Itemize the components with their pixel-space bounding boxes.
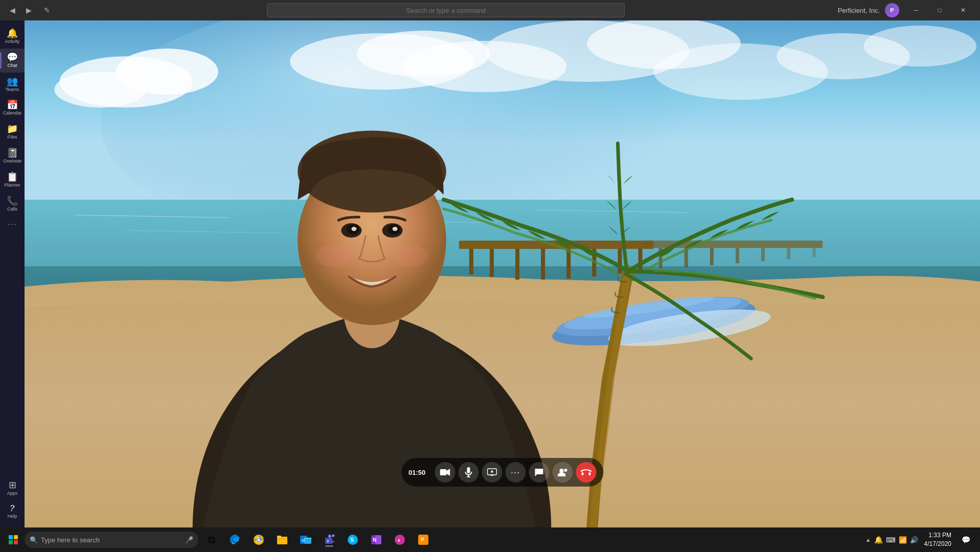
svg-rect-22 bbox=[541, 249, 545, 280]
svg-rect-53 bbox=[467, 467, 470, 473]
svg-point-59 bbox=[559, 469, 563, 473]
sidebar-item-files[interactable]: 📁 Files bbox=[0, 120, 25, 144]
taskbar-clock[interactable]: 1:33 PM 4/17/2020 bbox=[920, 531, 955, 548]
svg-rect-33 bbox=[787, 248, 790, 259]
search-bar[interactable] bbox=[267, 3, 625, 17]
sidebar-bottom: ⊞ Apps ? Help bbox=[0, 476, 25, 523]
svg-rect-61 bbox=[581, 472, 583, 475]
more-options-button[interactable]: ··· bbox=[505, 462, 526, 482]
mic-toggle-button[interactable] bbox=[458, 462, 478, 482]
window-controls: ─ □ ✕ bbox=[904, 2, 975, 18]
svg-point-70 bbox=[258, 539, 260, 541]
taskbar-edge[interactable] bbox=[224, 530, 246, 550]
svg-rect-63 bbox=[9, 535, 13, 539]
sidebar-label-planner: Planner bbox=[4, 182, 20, 188]
sidebar-item-calendar[interactable]: 📅 Calendar bbox=[0, 96, 25, 120]
search-input[interactable] bbox=[267, 3, 625, 17]
volume-icon[interactable]: 🔊 bbox=[910, 536, 918, 544]
mic-icon: 🎤 bbox=[185, 536, 193, 544]
sidebar-item-chat[interactable]: 💬 Chat bbox=[0, 49, 25, 73]
sidebar-label-files: Files bbox=[7, 134, 17, 140]
planner-icon: 📋 bbox=[7, 172, 18, 181]
svg-point-12 bbox=[863, 26, 976, 66]
network-notifications-icon[interactable]: ▲ bbox=[865, 537, 871, 543]
svg-rect-71 bbox=[277, 537, 287, 544]
sidebar-item-onenote[interactable]: 📓 OneNote bbox=[0, 144, 25, 168]
chat-button[interactable] bbox=[529, 462, 549, 482]
svg-rect-34 bbox=[812, 248, 816, 257]
taskbar-chrome[interactable] bbox=[247, 530, 270, 550]
sidebar-item-more[interactable]: ··· bbox=[0, 216, 25, 233]
svg-rect-26 bbox=[639, 249, 643, 271]
participants-button[interactable] bbox=[552, 462, 573, 482]
svg-rect-52 bbox=[440, 469, 446, 475]
task-view-icon: ⧉ bbox=[208, 534, 215, 546]
sidebar-item-teams[interactable]: 👥 Teams bbox=[0, 73, 25, 97]
svg-point-60 bbox=[564, 469, 567, 472]
taskbar-task-view[interactable]: ⧉ bbox=[200, 530, 223, 550]
sidebar: 🔔 Activity 💬 Chat 👥 Teams 📅 Calendar 📁 F… bbox=[0, 20, 25, 527]
beach-scene-svg bbox=[25, 20, 980, 527]
forward-button[interactable]: ▶ bbox=[21, 3, 36, 17]
avatar[interactable]: P bbox=[885, 3, 899, 17]
taskbar-onenote[interactable]: N bbox=[365, 530, 388, 550]
sidebar-item-calls[interactable]: 📞 Calls bbox=[0, 192, 25, 216]
svg-text:O: O bbox=[302, 538, 305, 543]
notification-area[interactable]: 💬 bbox=[958, 530, 974, 550]
minimize-button[interactable]: ─ bbox=[904, 2, 928, 18]
sidebar-item-help[interactable]: ? Help bbox=[0, 500, 25, 523]
taskbar-file-explorer[interactable] bbox=[271, 530, 293, 550]
svg-point-48 bbox=[351, 227, 356, 231]
svg-text:P: P bbox=[421, 537, 424, 543]
svg-rect-25 bbox=[618, 249, 622, 273]
svg-rect-66 bbox=[14, 540, 18, 544]
svg-rect-23 bbox=[566, 249, 571, 279]
org-name: Perficient, Inc. bbox=[838, 7, 880, 14]
svg-rect-75 bbox=[304, 538, 311, 539]
activity-icon: 🔔 bbox=[7, 29, 18, 38]
close-button[interactable]: ✕ bbox=[951, 2, 975, 18]
keyboard-icon[interactable]: ⌨ bbox=[886, 536, 896, 544]
sidebar-item-apps[interactable]: ⊞ Apps bbox=[0, 476, 25, 500]
share-screen-button[interactable] bbox=[482, 462, 502, 482]
title-bar: ◀ ▶ ✎ Perficient, Inc. P ─ □ ✕ bbox=[0, 0, 980, 20]
svg-point-49 bbox=[393, 227, 398, 231]
taskbar-outlook[interactable]: O bbox=[294, 530, 317, 550]
taskbar-skype[interactable]: S bbox=[341, 530, 364, 550]
video-toggle-button[interactable] bbox=[435, 462, 455, 482]
taskbar-search[interactable]: 🔍 Type here to search 🎤 bbox=[25, 532, 198, 548]
chat-icon: 💬 bbox=[7, 53, 18, 62]
network-icon[interactable]: 📶 bbox=[899, 536, 907, 544]
svg-rect-21 bbox=[515, 249, 519, 280]
sidebar-label-chat: Chat bbox=[7, 63, 17, 68]
svg-rect-20 bbox=[490, 249, 494, 277]
svg-point-51 bbox=[393, 245, 428, 267]
taskbar-right: ▲ 🔔 ⌨ 📶 🔊 1:33 PM 4/17/2020 💬 bbox=[861, 530, 978, 550]
apps-icon: ⊞ bbox=[9, 480, 16, 490]
svg-text:T: T bbox=[327, 539, 329, 544]
maximize-button[interactable]: □ bbox=[928, 2, 951, 18]
sidebar-item-planner[interactable]: 📋 Planner bbox=[0, 168, 25, 192]
files-icon: 📁 bbox=[7, 124, 18, 133]
taskbar-app2[interactable]: P bbox=[412, 530, 435, 550]
svg-rect-72 bbox=[277, 536, 281, 538]
svg-point-77 bbox=[332, 535, 335, 537]
teams-icon: 👥 bbox=[7, 77, 18, 86]
notification-bell-icon[interactable]: 🔔 bbox=[874, 536, 883, 544]
help-icon: ? bbox=[10, 504, 15, 513]
back-button[interactable]: ◀ bbox=[5, 3, 19, 17]
new-chat-button[interactable]: ✎ bbox=[40, 3, 54, 17]
svg-rect-62 bbox=[588, 472, 590, 475]
sidebar-label-calls: Calls bbox=[7, 206, 17, 212]
taskbar-app1[interactable]: ♦ bbox=[389, 530, 411, 550]
svg-rect-30 bbox=[710, 248, 714, 265]
sidebar-label-onenote: OneNote bbox=[3, 158, 21, 164]
sidebar-label-teams: Teams bbox=[6, 87, 19, 93]
svg-text:N: N bbox=[373, 537, 376, 543]
system-icons: ▲ 🔔 ⌨ 📶 🔊 bbox=[865, 536, 918, 544]
end-call-button[interactable] bbox=[576, 462, 596, 482]
nav-buttons: ◀ ▶ bbox=[5, 3, 36, 17]
sidebar-item-activity[interactable]: 🔔 Activity bbox=[0, 25, 25, 49]
start-button[interactable] bbox=[2, 530, 25, 550]
taskbar-teams[interactable]: T bbox=[318, 530, 340, 550]
